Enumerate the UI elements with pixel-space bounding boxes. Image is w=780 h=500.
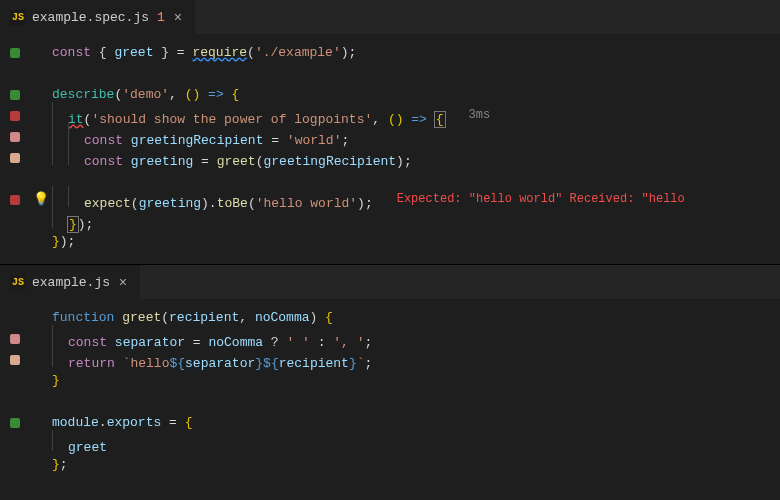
token: recipient [169, 310, 239, 325]
token: () [388, 112, 404, 127]
token: ( [247, 45, 255, 60]
code-content[interactable]: expect(greeting).toBe('hello world'); [52, 186, 373, 214]
code-content[interactable]: const greeting = greet(greetingRecipient… [52, 144, 412, 172]
test-status-marker[interactable] [10, 195, 20, 205]
editor-tab[interactable]: JSexample.js× [0, 265, 140, 299]
javascript-file-icon: JS [10, 275, 26, 291]
code-content[interactable]: }); [52, 231, 75, 252]
code-content[interactable]: return `hello${separator}${recipient}`; [52, 346, 372, 374]
gutter[interactable] [0, 195, 30, 205]
tab-problem-badge: 1 [157, 10, 165, 25]
code-content[interactable]: } [52, 370, 60, 391]
tab-title: example.js [32, 275, 110, 290]
token: greet [217, 154, 256, 169]
gutter[interactable] [0, 355, 30, 365]
token: , [239, 310, 255, 325]
code-line[interactable]: module.exports = { [0, 412, 780, 433]
editor-tab[interactable]: JSexample.spec.js1× [0, 0, 195, 34]
gutter[interactable] [0, 48, 30, 58]
token: ). [201, 196, 217, 211]
token: = [193, 154, 216, 169]
token: } [52, 234, 60, 249]
token: . [99, 415, 107, 430]
gutter[interactable] [0, 111, 30, 121]
code-line[interactable]: }; [0, 454, 780, 475]
code-line[interactable]: }); [0, 231, 780, 252]
code-line[interactable]: return `hello${separator}${recipient}`; [0, 349, 780, 370]
token: => [208, 87, 224, 102]
token: describe [52, 87, 114, 102]
code-editor[interactable]: const { greet } = require('./example');d… [0, 34, 780, 264]
test-status-marker[interactable] [10, 418, 20, 428]
indent-guide [68, 186, 69, 207]
indent-guide [52, 144, 53, 165]
token: ) [310, 310, 326, 325]
code-line[interactable] [0, 391, 780, 412]
token: greetingRecipient [263, 154, 396, 169]
test-status-marker[interactable] [10, 355, 20, 365]
token: 'hello world' [256, 196, 357, 211]
code-line[interactable] [0, 63, 780, 84]
test-status-marker[interactable] [10, 132, 20, 142]
token: separator [185, 356, 255, 371]
token: , [169, 87, 185, 102]
editor-pane: JSexample.spec.js1×const { greet } = req… [0, 0, 780, 264]
token: { [185, 415, 193, 430]
code-line[interactable]: greet [0, 433, 780, 454]
lightbulb-icon[interactable]: 💡 [33, 189, 49, 210]
code-editor[interactable]: function greet(recipient, noComma) {cons… [0, 299, 780, 487]
token: ` [357, 356, 365, 371]
token: greet [114, 45, 153, 60]
test-status-marker[interactable] [10, 153, 20, 163]
token: } [52, 373, 60, 388]
test-status-marker[interactable] [10, 90, 20, 100]
gutter[interactable] [0, 153, 30, 163]
code-line[interactable]: const greeting = greet(greetingRecipient… [0, 147, 780, 168]
gutter[interactable] [0, 334, 30, 344]
token: () [185, 87, 201, 102]
indent-guide [52, 186, 53, 207]
editor-pane: JSexample.js×function greet(recipient, n… [0, 265, 780, 487]
token: => [411, 112, 427, 127]
code-content[interactable]: const { greet } = require('./example'); [52, 42, 356, 63]
tab-bar: JSexample.js× [0, 265, 780, 299]
inline-error-message[interactable]: Expected: "hello world" Received: "hello [397, 189, 685, 210]
gutter[interactable] [0, 418, 30, 428]
token: greeting [139, 196, 201, 211]
test-status-marker[interactable] [10, 334, 20, 344]
indent-guide [68, 144, 69, 165]
token: { [91, 45, 114, 60]
gutter[interactable] [0, 132, 30, 142]
token: greet [68, 440, 107, 455]
indent-guide [52, 430, 53, 451]
token [115, 356, 123, 371]
close-icon[interactable]: × [116, 275, 130, 291]
token: ; [365, 356, 373, 371]
test-status-marker[interactable] [10, 111, 20, 121]
glyph-margin: 💡 [30, 189, 52, 210]
token [427, 112, 435, 127]
token: noComma [255, 310, 310, 325]
indent-guide [68, 123, 69, 144]
token: ); [357, 196, 373, 211]
token: return [68, 356, 115, 371]
token: = [161, 415, 184, 430]
token: } = [153, 45, 192, 60]
token: { [435, 112, 445, 127]
tab-bar: JSexample.spec.js1× [0, 0, 780, 34]
code-line[interactable]: 💡expect(greeting).toBe('hello world');Ex… [0, 189, 780, 210]
code-line[interactable]: const { greet } = require('./example'); [0, 42, 780, 63]
token: module [52, 415, 99, 430]
indent-guide [52, 102, 53, 123]
token: const [52, 45, 91, 60]
token: } [68, 217, 78, 232]
timing-inlay: 3ms [469, 105, 491, 126]
token: greeting [131, 154, 193, 169]
token [200, 87, 208, 102]
gutter[interactable] [0, 90, 30, 100]
token: 'demo' [122, 87, 169, 102]
token: require [192, 45, 247, 60]
code-content[interactable]: }; [52, 454, 68, 475]
close-icon[interactable]: × [171, 10, 185, 26]
test-status-marker[interactable] [10, 48, 20, 58]
